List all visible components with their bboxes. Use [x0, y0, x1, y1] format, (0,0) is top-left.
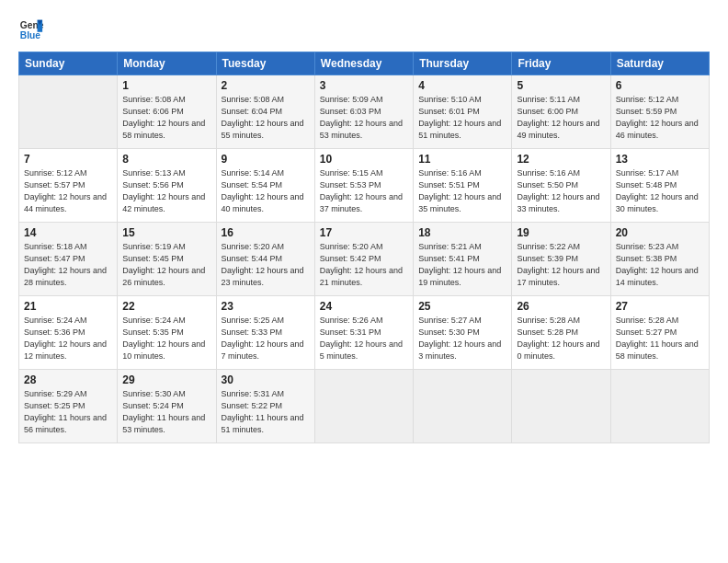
calendar-day-cell: 20Sunrise: 5:23 AMSunset: 5:38 PMDayligh…: [610, 223, 709, 296]
day-number: 25: [418, 300, 506, 313]
calendar-week-row: 7Sunrise: 5:12 AMSunset: 5:57 PMDaylight…: [19, 149, 710, 223]
weekday-header: Friday: [512, 52, 610, 75]
day-number: 8: [122, 153, 210, 166]
calendar-week-row: 1Sunrise: 5:08 AMSunset: 6:06 PMDaylight…: [19, 75, 710, 149]
day-number: 4: [418, 79, 506, 92]
day-number: 7: [24, 153, 112, 166]
weekday-header: Thursday: [414, 52, 512, 75]
day-number: 21: [24, 300, 112, 313]
day-info: Sunrise: 5:25 AMSunset: 5:33 PMDaylight:…: [222, 315, 310, 362]
day-info: Sunrise: 5:16 AMSunset: 5:51 PMDaylight:…: [418, 167, 506, 215]
calendar-day-cell: 1Sunrise: 5:08 AMSunset: 6:06 PMDaylight…: [118, 75, 216, 149]
calendar-week-row: 28Sunrise: 5:29 AMSunset: 5:25 PMDayligh…: [19, 370, 710, 443]
day-number: 2: [222, 79, 310, 92]
calendar-day-cell: 29Sunrise: 5:30 AMSunset: 5:24 PMDayligh…: [118, 370, 216, 443]
day-info: Sunrise: 5:31 AMSunset: 5:22 PMDaylight:…: [222, 388, 310, 436]
calendar-day-cell: [414, 370, 512, 443]
calendar-day-cell: 10Sunrise: 5:15 AMSunset: 5:53 PMDayligh…: [314, 149, 413, 223]
day-info: Sunrise: 5:24 AMSunset: 5:36 PMDaylight:…: [24, 315, 112, 362]
calendar-day-cell: 12Sunrise: 5:16 AMSunset: 5:50 PMDayligh…: [512, 149, 610, 223]
calendar-day-cell: 17Sunrise: 5:20 AMSunset: 5:42 PMDayligh…: [314, 223, 413, 296]
day-number: 19: [517, 226, 605, 239]
calendar-day-cell: 4Sunrise: 5:10 AMSunset: 6:01 PMDaylight…: [414, 75, 512, 149]
day-number: 29: [122, 373, 210, 386]
calendar-day-cell: 24Sunrise: 5:26 AMSunset: 5:31 PMDayligh…: [314, 296, 413, 370]
day-info: Sunrise: 5:24 AMSunset: 5:35 PMDaylight:…: [122, 315, 210, 362]
calendar-day-cell: 11Sunrise: 5:16 AMSunset: 5:51 PMDayligh…: [414, 149, 512, 223]
header-row: SundayMondayTuesdayWednesdayThursdayFrid…: [19, 52, 710, 75]
day-info: Sunrise: 5:20 AMSunset: 5:42 PMDaylight:…: [320, 241, 408, 289]
calendar-body: 1Sunrise: 5:08 AMSunset: 6:06 PMDaylight…: [19, 75, 710, 443]
calendar-day-cell: 7Sunrise: 5:12 AMSunset: 5:57 PMDaylight…: [19, 149, 118, 223]
day-number: 22: [122, 300, 210, 313]
day-number: 15: [122, 226, 210, 239]
weekday-header: Sunday: [19, 52, 118, 75]
day-number: 28: [24, 373, 112, 386]
weekday-header: Wednesday: [314, 52, 413, 75]
calendar-day-cell: [512, 370, 610, 443]
day-info: Sunrise: 5:21 AMSunset: 5:41 PMDaylight:…: [418, 241, 506, 289]
day-number: 3: [320, 79, 408, 92]
calendar-day-cell: 21Sunrise: 5:24 AMSunset: 5:36 PMDayligh…: [19, 296, 118, 370]
calendar-day-cell: [19, 75, 118, 149]
calendar-table: SundayMondayTuesdayWednesdayThursdayFrid…: [18, 52, 710, 443]
day-number: 18: [418, 226, 506, 239]
day-number: 24: [320, 300, 408, 313]
day-number: 27: [616, 300, 704, 313]
day-number: 26: [517, 300, 605, 313]
logo-icon: General Blue: [18, 17, 44, 42]
day-info: Sunrise: 5:12 AMSunset: 5:59 PMDaylight:…: [616, 94, 704, 142]
calendar-day-cell: 8Sunrise: 5:13 AMSunset: 5:56 PMDaylight…: [118, 149, 216, 223]
calendar-day-cell: 18Sunrise: 5:21 AMSunset: 5:41 PMDayligh…: [414, 223, 512, 296]
day-number: 5: [517, 79, 605, 92]
calendar-day-cell: 30Sunrise: 5:31 AMSunset: 5:22 PMDayligh…: [216, 370, 314, 443]
calendar-day-cell: [314, 370, 413, 443]
day-info: Sunrise: 5:09 AMSunset: 6:03 PMDaylight:…: [320, 94, 408, 142]
calendar-day-cell: 14Sunrise: 5:18 AMSunset: 5:47 PMDayligh…: [19, 223, 118, 296]
day-info: Sunrise: 5:17 AMSunset: 5:48 PMDaylight:…: [616, 167, 704, 215]
calendar-week-row: 14Sunrise: 5:18 AMSunset: 5:47 PMDayligh…: [19, 223, 710, 296]
day-info: Sunrise: 5:08 AMSunset: 6:04 PMDaylight:…: [222, 94, 310, 142]
day-info: Sunrise: 5:29 AMSunset: 5:25 PMDaylight:…: [24, 388, 112, 436]
calendar-day-cell: 28Sunrise: 5:29 AMSunset: 5:25 PMDayligh…: [19, 370, 118, 443]
calendar-day-cell: [610, 370, 709, 443]
page: General Blue SundayMondayTuesdayWednesda…: [0, 0, 728, 563]
day-info: Sunrise: 5:16 AMSunset: 5:50 PMDaylight:…: [517, 167, 605, 215]
calendar-day-cell: 2Sunrise: 5:08 AMSunset: 6:04 PMDaylight…: [216, 75, 314, 149]
day-info: Sunrise: 5:30 AMSunset: 5:24 PMDaylight:…: [122, 388, 210, 436]
calendar-header: SundayMondayTuesdayWednesdayThursdayFrid…: [19, 52, 710, 75]
day-number: 6: [616, 79, 704, 92]
day-number: 14: [24, 226, 112, 239]
calendar-day-cell: 23Sunrise: 5:25 AMSunset: 5:33 PMDayligh…: [216, 296, 314, 370]
calendar-day-cell: 5Sunrise: 5:11 AMSunset: 6:00 PMDaylight…: [512, 75, 610, 149]
weekday-header: Tuesday: [216, 52, 314, 75]
calendar-day-cell: 19Sunrise: 5:22 AMSunset: 5:39 PMDayligh…: [512, 223, 610, 296]
day-number: 12: [517, 153, 605, 166]
day-number: 9: [222, 153, 310, 166]
calendar-day-cell: 26Sunrise: 5:28 AMSunset: 5:28 PMDayligh…: [512, 296, 610, 370]
day-info: Sunrise: 5:27 AMSunset: 5:30 PMDaylight:…: [418, 315, 506, 362]
day-info: Sunrise: 5:15 AMSunset: 5:53 PMDaylight:…: [320, 167, 408, 215]
logo: General Blue: [18, 17, 44, 42]
day-number: 23: [222, 300, 310, 313]
day-info: Sunrise: 5:18 AMSunset: 5:47 PMDaylight:…: [24, 241, 112, 289]
day-number: 13: [616, 153, 704, 166]
day-info: Sunrise: 5:19 AMSunset: 5:45 PMDaylight:…: [122, 241, 210, 289]
weekday-header: Saturday: [610, 52, 709, 75]
svg-text:Blue: Blue: [20, 30, 41, 40]
day-info: Sunrise: 5:11 AMSunset: 6:00 PMDaylight:…: [517, 94, 605, 142]
day-number: 20: [616, 226, 704, 239]
header: General Blue: [18, 17, 710, 42]
calendar-day-cell: 13Sunrise: 5:17 AMSunset: 5:48 PMDayligh…: [610, 149, 709, 223]
day-info: Sunrise: 5:08 AMSunset: 6:06 PMDaylight:…: [122, 94, 210, 142]
day-info: Sunrise: 5:28 AMSunset: 5:28 PMDaylight:…: [517, 315, 605, 362]
day-info: Sunrise: 5:14 AMSunset: 5:54 PMDaylight:…: [222, 167, 310, 215]
calendar-day-cell: 3Sunrise: 5:09 AMSunset: 6:03 PMDaylight…: [314, 75, 413, 149]
day-number: 17: [320, 226, 408, 239]
day-number: 1: [122, 79, 210, 92]
day-info: Sunrise: 5:13 AMSunset: 5:56 PMDaylight:…: [122, 167, 210, 215]
calendar-week-row: 21Sunrise: 5:24 AMSunset: 5:36 PMDayligh…: [19, 296, 710, 370]
calendar-day-cell: 15Sunrise: 5:19 AMSunset: 5:45 PMDayligh…: [118, 223, 216, 296]
day-info: Sunrise: 5:23 AMSunset: 5:38 PMDaylight:…: [616, 241, 704, 289]
day-info: Sunrise: 5:20 AMSunset: 5:44 PMDaylight:…: [222, 241, 310, 289]
